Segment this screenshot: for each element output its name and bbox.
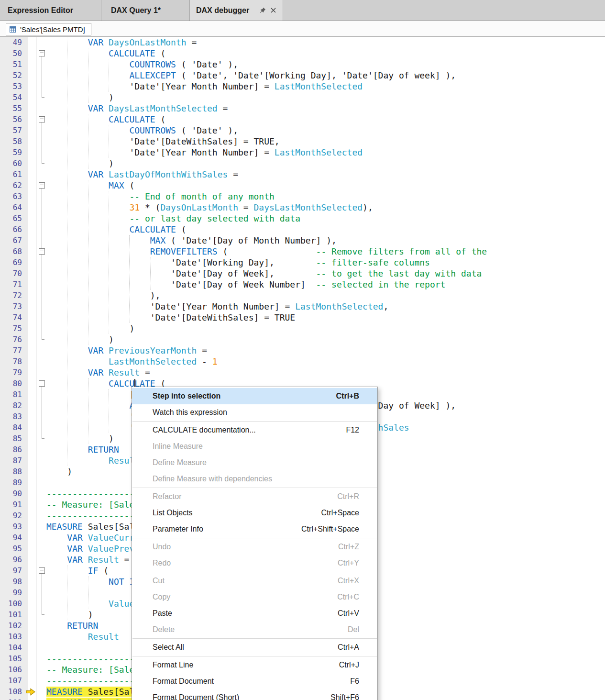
line-number: 60 (0, 158, 22, 169)
line-number: 85 (0, 433, 22, 444)
code-line: 62 MAX ( (0, 180, 605, 191)
menu-separator (132, 421, 377, 422)
line-number: 101 (0, 609, 22, 620)
line-number: 65 (0, 213, 22, 224)
line-number: 95 (0, 543, 22, 554)
fold-toggle[interactable] (39, 380, 45, 387)
menu-item-label: Step into selection (153, 392, 328, 400)
menu-item-format-document-short[interactable]: Format Document (Short)Shift+F6 (132, 689, 377, 700)
menu-item-undo: UndoCtrl+Z (132, 539, 377, 555)
pin-icon[interactable] (260, 7, 266, 13)
menu-item-shortcut: F12 (346, 426, 359, 434)
menu-item-redo: RedoCtrl+Y (132, 555, 377, 571)
menu-item-label: Copy (153, 593, 329, 601)
menu-item-shortcut: Ctrl+V (338, 609, 359, 618)
menu-item-label: Format Document (Short) (153, 693, 322, 700)
line-number: 83 (0, 411, 22, 422)
menu-item-paste[interactable]: PasteCtrl+V (132, 605, 377, 622)
line-number: 103 (0, 631, 22, 642)
line-number: 68 (0, 246, 22, 257)
menu-item-shortcut: F6 (350, 677, 359, 686)
line-number: 92 (0, 510, 22, 521)
code-line: 67 MAX ( 'Date'[Day of Month Number] ), (0, 235, 605, 246)
menu-item-copy: CopyCtrl+C (132, 589, 377, 605)
menu-item-define-measure-with-dependencies: Define Measure with dependencies (132, 471, 377, 487)
menu-item-step-into-selection[interactable]: Step into selectionCtrl+B (132, 388, 377, 404)
menu-separator (132, 538, 377, 538)
menu-item-parameter-info[interactable]: Parameter InfoCtrl+Shift+Space (132, 521, 377, 537)
menu-item-label: Define Measure with dependencies (153, 475, 359, 483)
fold-toggle[interactable] (39, 116, 45, 122)
line-number: 84 (0, 422, 22, 433)
line-number: 56 (0, 114, 22, 125)
code-line: 57 COUNTROWS ( 'Date' ), (0, 125, 605, 136)
tab-dax-query-1[interactable]: DAX Query 1* (101, 0, 190, 21)
code-line: 73 'Date'[Year Month Number] = LastMonth… (0, 301, 605, 312)
line-number: 93 (0, 521, 22, 532)
fold-toggle[interactable] (39, 182, 45, 189)
menu-item-watch-this-expression[interactable]: Watch this expression (132, 404, 377, 421)
line-number: 88 (0, 466, 22, 477)
menu-item-list-objects[interactable]: List ObjectsCtrl+Space (132, 505, 377, 521)
menu-item-label: Parameter Info (153, 525, 293, 533)
tab-label: Expression Editor (8, 6, 73, 15)
menu-item-label: CALCULATE documentation... (153, 426, 337, 434)
tab-bar: Expression Editor DAX Query 1* DAX debug… (0, 0, 605, 21)
current-expression-label: 'Sales'[Sales PMTD] (20, 25, 85, 33)
line-number: 61 (0, 169, 22, 180)
menu-item-label: Refactor (153, 492, 329, 501)
line-number: 74 (0, 312, 22, 323)
menu-item-shortcut: Ctrl+X (338, 577, 359, 585)
code-line: 49 VAR DaysOnLastMonth = (0, 37, 605, 48)
line-number: 63 (0, 191, 22, 202)
line-number: 49 (0, 37, 22, 48)
code-line: 61 VAR LastDayOfMonthWithSales = (0, 169, 605, 180)
menu-item-label: Watch this expression (153, 408, 359, 417)
line-number: 82 (0, 400, 22, 411)
line-number: 81 (0, 389, 22, 400)
menu-item-format-line[interactable]: Format LineCtrl+J (132, 657, 377, 673)
line-number: 99 (0, 587, 22, 598)
line-number: 78 (0, 356, 22, 367)
menu-item-label: Format Line (153, 661, 330, 669)
menu-item-shortcut: Ctrl+Y (338, 559, 359, 567)
menu-item-label: Format Document (153, 677, 341, 686)
menu-item-format-document[interactable]: Format DocumentF6 (132, 673, 377, 689)
line-number: 86 (0, 444, 22, 455)
fold-toggle[interactable] (39, 50, 45, 56)
code-line: 76 ) (0, 334, 605, 345)
tab-dax-debugger[interactable]: DAX debugger (190, 0, 283, 21)
menu-item-shortcut: Ctrl+A (338, 643, 359, 652)
close-tab-icon[interactable] (271, 8, 276, 13)
expression-bar: 'Sales'[Sales PMTD] (0, 21, 605, 37)
menu-item-select-all[interactable]: Select AllCtrl+A (132, 639, 377, 656)
code-line: 64 31 * (DaysOnLastMonth = DaysLastMonth… (0, 202, 605, 213)
menu-item-label: List Objects (153, 509, 312, 517)
menu-item-shortcut: Shift+F6 (330, 693, 359, 700)
line-number: 97 (0, 565, 22, 576)
menu-item-label: Paste (153, 609, 329, 618)
line-number: 55 (0, 103, 22, 114)
code-line: 70 'Date'[Day of Week], -- to get the la… (0, 268, 605, 279)
code-line: 59 'Date'[Year Month Number] = LastMonth… (0, 147, 605, 158)
code-line: 55 VAR DaysLastMonthSelected = (0, 103, 605, 114)
line-number: 58 (0, 136, 22, 147)
line-number: 89 (0, 477, 22, 488)
code-line: 69 'Date'[Working Day], -- filter-safe c… (0, 257, 605, 268)
line-number: 91 (0, 499, 22, 510)
menu-item-shortcut: Ctrl+Z (338, 543, 359, 551)
fold-toggle[interactable] (39, 567, 45, 574)
line-number: 70 (0, 268, 22, 279)
line-number: 90 (0, 488, 22, 499)
current-expression-selector[interactable]: 'Sales'[Sales PMTD] (6, 23, 91, 35)
menu-item-calculate-documentation[interactable]: CALCULATE documentation...F12 (132, 422, 377, 438)
code-line: 60 ) (0, 158, 605, 169)
tab-expression-editor[interactable]: Expression Editor (0, 0, 101, 21)
line-number: 80 (0, 378, 22, 389)
line-number: 108 (0, 686, 22, 697)
line-number: 53 (0, 81, 22, 92)
code-line: 58 'Date'[DateWithSales] = TRUE, (0, 136, 605, 147)
line-number: 87 (0, 455, 22, 466)
menu-item-shortcut: Ctrl+B (336, 392, 359, 400)
fold-toggle[interactable] (39, 248, 45, 255)
